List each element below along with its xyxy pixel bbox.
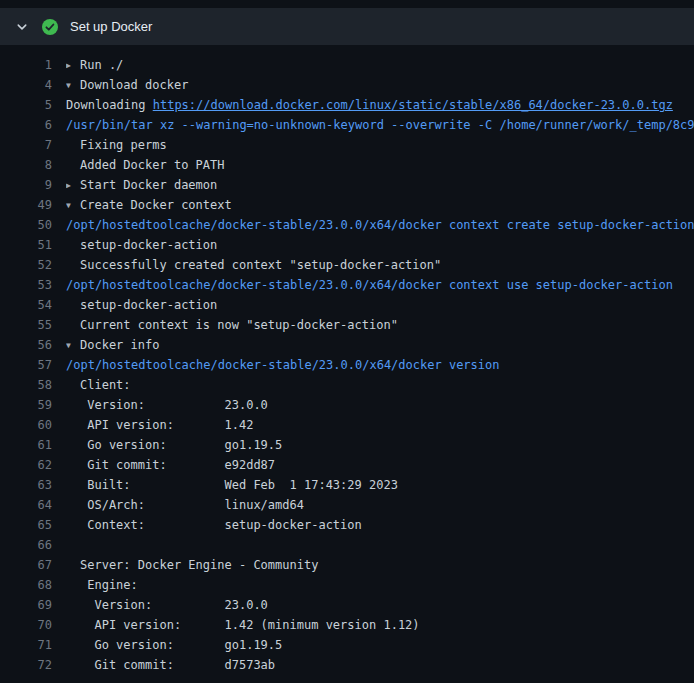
log-line: 67Server: Docker Engine - Community (0, 555, 694, 575)
line-number[interactable]: 72 (0, 655, 52, 675)
group-expanded-icon[interactable]: ▼ (66, 196, 80, 216)
line-content[interactable]: ▼Download docker (66, 75, 694, 95)
log-line: 49▼Create Docker context (0, 195, 694, 215)
line-content: Built: Wed Feb 1 17:43:29 2023 (66, 475, 694, 495)
group-collapsed-icon[interactable]: ▶ (66, 56, 80, 76)
line-content: Git commit: d7573ab (66, 655, 694, 675)
line-number[interactable]: 7 (0, 135, 52, 155)
line-number[interactable]: 5 (0, 95, 52, 115)
group-title: Start Docker daemon (80, 178, 217, 192)
line-number[interactable]: 68 (0, 575, 52, 595)
line-content: Version: 23.0.0 (66, 595, 694, 615)
group-title: Create Docker context (80, 198, 232, 212)
log-line: 64 OS/Arch: linux/amd64 (0, 495, 694, 515)
line-content[interactable]: ▼Create Docker context (66, 195, 694, 215)
group-expanded-icon[interactable]: ▼ (66, 76, 80, 96)
line-number[interactable]: 56 (0, 335, 52, 355)
line-number[interactable]: 4 (0, 75, 52, 95)
line-content[interactable]: ▶Start Docker daemon (66, 175, 694, 195)
line-number[interactable]: 60 (0, 415, 52, 435)
line-content: Version: 23.0.0 (66, 395, 694, 415)
line-content: Server: Docker Engine - Community (66, 555, 694, 575)
line-number[interactable]: 50 (0, 215, 52, 235)
line-number[interactable]: 55 (0, 315, 52, 335)
line-content: Added Docker to PATH (66, 155, 694, 175)
log-line: 71 Go version: go1.19.5 (0, 635, 694, 655)
log-line: 56▼Docker info (0, 335, 694, 355)
line-content: Git commit: e92dd87 (66, 455, 694, 475)
log-line: 9▶Start Docker daemon (0, 175, 694, 195)
group-collapsed-icon[interactable]: ▶ (66, 176, 80, 196)
line-content: Client: (66, 375, 694, 395)
line-content: Successfully created context "setup-dock… (66, 255, 694, 275)
line-number[interactable]: 59 (0, 395, 52, 415)
line-number[interactable]: 51 (0, 235, 52, 255)
line-content: Downloading https://download.docker.com/… (66, 95, 694, 115)
line-content: Go version: go1.19.5 (66, 435, 694, 455)
log-line: 63 Built: Wed Feb 1 17:43:29 2023 (0, 475, 694, 495)
log-line: 57/opt/hostedtoolcache/docker-stable/23.… (0, 355, 694, 375)
line-number[interactable]: 64 (0, 495, 52, 515)
line-number[interactable]: 65 (0, 515, 52, 535)
status-success-icon (42, 19, 66, 35)
line-content: Context: setup-docker-action (66, 515, 694, 535)
link-prefix-text: Downloading (66, 98, 153, 112)
line-number[interactable]: 6 (0, 115, 52, 135)
line-number[interactable]: 61 (0, 435, 52, 455)
line-content: /opt/hostedtoolcache/docker-stable/23.0.… (66, 275, 694, 295)
log-line: 50/opt/hostedtoolcache/docker-stable/23.… (0, 215, 694, 235)
group-expanded-icon[interactable]: ▼ (66, 336, 80, 356)
log-line: 66 (0, 535, 694, 555)
line-content (66, 535, 694, 555)
download-url-link[interactable]: https://download.docker.com/linux/static… (153, 98, 673, 112)
line-number[interactable]: 58 (0, 375, 52, 395)
line-number[interactable]: 8 (0, 155, 52, 175)
log-line: 65 Context: setup-docker-action (0, 515, 694, 535)
line-number[interactable]: 57 (0, 355, 52, 375)
line-number[interactable]: 66 (0, 535, 52, 555)
group-title: Docker info (80, 338, 159, 352)
line-number[interactable]: 52 (0, 255, 52, 275)
log-lines: 1▶Run ./4▼Download docker5Downloading ht… (0, 45, 694, 675)
chevron-down-icon[interactable] (16, 21, 42, 33)
line-number[interactable]: 71 (0, 635, 52, 655)
log-line: 7Fixing perms (0, 135, 694, 155)
line-number[interactable]: 70 (0, 615, 52, 635)
line-content: OS/Arch: linux/amd64 (66, 495, 694, 515)
line-content: Fixing perms (66, 135, 694, 155)
log-line: 60 API version: 1.42 (0, 415, 694, 435)
step-title: Set up Docker (70, 19, 152, 34)
log-line: 5Downloading https://download.docker.com… (0, 95, 694, 115)
line-content: API version: 1.42 (66, 415, 694, 435)
line-content: /opt/hostedtoolcache/docker-stable/23.0.… (66, 215, 694, 235)
line-content: Current context is now "setup-docker-act… (66, 315, 694, 335)
step-header-setup-docker[interactable]: Set up Docker (0, 8, 694, 45)
line-content[interactable]: ▼Docker info (66, 335, 694, 355)
log-line: 54setup-docker-action (0, 295, 694, 315)
log-line: 61 Go version: go1.19.5 (0, 435, 694, 455)
line-number[interactable]: 54 (0, 295, 52, 315)
line-content[interactable]: ▶Run ./ (66, 55, 694, 75)
log-line: 53/opt/hostedtoolcache/docker-stable/23.… (0, 275, 694, 295)
line-content: /usr/bin/tar xz --warning=no-unknown-key… (66, 115, 694, 135)
log-line: 6/usr/bin/tar xz --warning=no-unknown-ke… (0, 115, 694, 135)
log-line: 55Current context is now "setup-docker-a… (0, 315, 694, 335)
log-line: 58Client: (0, 375, 694, 395)
line-number[interactable]: 63 (0, 475, 52, 495)
line-number[interactable]: 49 (0, 195, 52, 215)
log-line: 8Added Docker to PATH (0, 155, 694, 175)
line-number[interactable]: 1 (0, 55, 52, 75)
log-line: 52Successfully created context "setup-do… (0, 255, 694, 275)
line-number[interactable]: 9 (0, 175, 52, 195)
line-content: setup-docker-action (66, 295, 694, 315)
line-content: API version: 1.42 (minimum version 1.12) (66, 615, 694, 635)
line-number[interactable]: 69 (0, 595, 52, 615)
line-content: setup-docker-action (66, 235, 694, 255)
log-line: 72 Git commit: d7573ab (0, 655, 694, 675)
line-number[interactable]: 62 (0, 455, 52, 475)
group-title: Run ./ (80, 58, 123, 72)
line-number[interactable]: 67 (0, 555, 52, 575)
line-number[interactable]: 53 (0, 275, 52, 295)
log-line: 51setup-docker-action (0, 235, 694, 255)
log-line: 70 API version: 1.42 (minimum version 1.… (0, 615, 694, 635)
